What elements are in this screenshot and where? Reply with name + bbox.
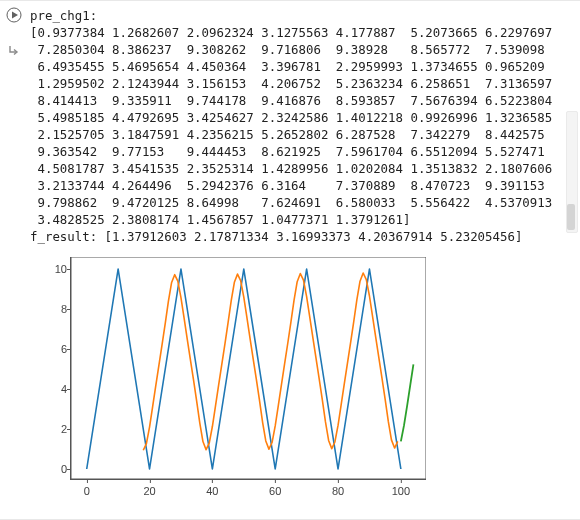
- run-cell-icon[interactable]: [6, 7, 22, 26]
- svg-marker-1: [12, 12, 18, 19]
- x-tick: 100: [392, 485, 410, 497]
- output-indicator-icon: [7, 44, 21, 61]
- array-row: 9.363542 9.77153 9.444453 8.621925 7.596…: [30, 144, 545, 159]
- chart-plot-svg: [71, 257, 426, 479]
- scrollbar-thumb[interactable]: [567, 204, 575, 230]
- array-row: 8.414413 9.335911 9.744178 9.416876 8.59…: [30, 93, 552, 108]
- array-row: 7.2850304 8.386237 9.308262 9.716806 9.3…: [30, 42, 545, 57]
- label-f-result: f_result: [1.37912603 2.17871334 3.16993…: [30, 229, 522, 244]
- array-row: 3.2133744 4.264496 5.2942376 6.3164 7.37…: [30, 178, 545, 193]
- notebook-output-cell: pre_chg1: [0.9377384 1.2682607 2.0962324…: [0, 0, 580, 520]
- output-chart: 020406080100 0246810: [30, 251, 450, 511]
- array-row: 2.1525705 3.1847591 4.2356215 5.2652802 …: [30, 127, 545, 142]
- output-scrollbar[interactable]: [566, 111, 578, 233]
- x-tick: 0: [84, 485, 90, 497]
- array-row: 5.4985185 4.4792695 3.4254627 2.3242586 …: [30, 110, 552, 125]
- y-tick: 6: [43, 343, 67, 355]
- x-tick: 60: [269, 485, 281, 497]
- y-tick: 0: [43, 463, 67, 475]
- array-row: 3.4828525 2.3808174 1.4567857 1.0477371 …: [30, 212, 410, 227]
- chart-axes: 020406080100 0246810: [70, 257, 426, 480]
- y-tick: 10: [43, 263, 67, 275]
- x-tick: 80: [332, 485, 344, 497]
- array-row: 4.5081787 3.4541535 2.3525314 1.4289956 …: [30, 161, 552, 176]
- array-row: 6.4935455 5.4695654 4.450364 3.396781 2.…: [30, 59, 545, 74]
- y-tick: 8: [43, 303, 67, 315]
- array-row: [0.9377384 1.2682607 2.0962324 3.1275563…: [30, 25, 552, 40]
- x-tick: 20: [143, 485, 155, 497]
- x-tick: 40: [206, 485, 218, 497]
- y-tick: 4: [43, 383, 67, 395]
- label-pre-chg1: pre_chg1:: [30, 8, 97, 23]
- cell-output-content: pre_chg1: [0.9377384 1.2682607 2.0962324…: [28, 1, 580, 519]
- output-text: pre_chg1: [0.9377384 1.2682607 2.0962324…: [30, 7, 576, 245]
- cell-gutter: [0, 1, 28, 519]
- array-row: 1.2959502 2.1243944 3.156153 4.206752 5.…: [30, 76, 552, 91]
- array-row: 9.798862 9.4720125 8.64998 7.624691 6.58…: [30, 195, 552, 210]
- y-tick: 2: [43, 423, 67, 435]
